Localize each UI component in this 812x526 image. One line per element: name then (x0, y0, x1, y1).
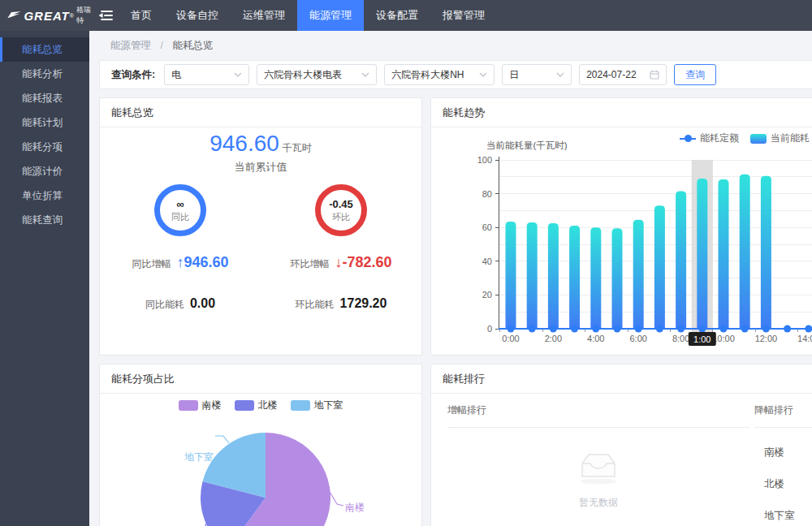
menu-item-ops[interactable]: 运维管理 (231, 0, 297, 31)
rank-item-north: 北楼 (754, 477, 812, 491)
energy-ranking-card: 能耗排行 增幅排行 暂无数据 (430, 364, 812, 526)
yoy-ring-label: 同比 (171, 211, 189, 223)
decrease-ranking-section: 降幅排行 南楼 北楼 地下室 (754, 403, 812, 523)
total-kwh-value: 946.60 (209, 131, 279, 156)
chevron-down-icon (234, 72, 242, 77)
top-navbar: GREAT® 格瑞特 首页 设备自控 运维管理 能源管理 设备配置 报警管理 (0, 0, 812, 31)
svg-text:0: 0 (487, 324, 492, 334)
svg-text:8:00: 8:00 (672, 334, 689, 343)
fold-icon (97, 9, 113, 22)
current-total-value: 946.60千瓦时 (100, 131, 421, 157)
ratio-rings: ∞ 同比 -0.45 环比 (100, 184, 421, 236)
sidebar-item-energy-query[interactable]: 能耗查询 (0, 208, 89, 232)
overview-card-title: 能耗总览 (100, 98, 421, 127)
menu-item-alarm[interactable]: 报警管理 (430, 0, 497, 31)
yoy-energy-value: 0.00 (190, 296, 215, 311)
svg-text:1:00: 1:00 (693, 334, 710, 344)
breadcrumb-parent[interactable]: 能源管理 (110, 40, 151, 51)
sidebar-item-energy-plan[interactable]: 能耗计划 (0, 110, 89, 135)
sidebar-item-energy-report[interactable]: 能耗报表 (0, 86, 89, 110)
date-value: 2024-07-22 (586, 69, 636, 80)
north-swatch-icon (235, 400, 254, 411)
sidebar-item-energy-subitem[interactable]: 能耗分项 (0, 135, 89, 159)
rank-item-basement: 地下室 (754, 509, 812, 523)
energy-type-select[interactable]: 电 (164, 64, 249, 85)
sidebar-item-energy-analysis[interactable]: 能耗分析 (0, 62, 89, 86)
calendar-icon (650, 70, 659, 80)
chevron-down-icon (361, 72, 369, 77)
query-bar: 查询条件: 电 六院骨科大楼电表 六院骨科大楼NH 日 2024-07-22 (99, 60, 812, 89)
chevron-down-icon (556, 72, 564, 77)
breadcrumb-separator: / (160, 40, 162, 51)
sidebar-fold-button[interactable] (91, 0, 119, 31)
increase-ranking-title: 增幅排行 (447, 403, 749, 417)
rank-item-south: 南楼 (754, 446, 812, 459)
pie-label-south: 南楼 (345, 501, 365, 515)
increase-ranking-section: 增幅排行 暂无数据 (447, 403, 749, 510)
mom-growth-value: ↓-782.60 (335, 254, 391, 271)
svg-text:6:00: 6:00 (629, 334, 646, 343)
yoy-ring-value: ∞ (176, 198, 184, 210)
total-kwh-unit: 千瓦时 (283, 142, 312, 153)
logo-reg-mark: ® (70, 13, 74, 19)
pie-card-title: 能耗分项占比 (100, 364, 421, 394)
menu-item-energy[interactable]: 能源管理 (297, 0, 364, 31)
mom-energy-value: 1729.20 (340, 296, 387, 311)
mom-ring: -0.45 环比 (315, 184, 367, 236)
menu-item-device-config[interactable]: 设备配置 (364, 0, 430, 31)
legend-basement[interactable]: 地下室 (291, 399, 343, 412)
ranking-card-body: 增幅排行 暂无数据 降幅排行 (431, 394, 812, 526)
breadcrumb: 能源管理 / 能耗总览 (110, 39, 812, 53)
ranking-card-title: 能耗排行 (431, 364, 812, 394)
pie-legend: 南楼 北楼 地下室 (100, 399, 421, 412)
trend-card-title: 能耗趋势 (431, 98, 812, 127)
date-picker[interactable]: 2024-07-22 (579, 64, 667, 85)
period-value: 日 (509, 68, 519, 82)
left-sidebar: 能耗总览 能耗分析 能耗报表 能耗计划 能耗分项 能源计价 单位折算 能耗查询 (0, 31, 89, 526)
svg-text:当前能耗量(千瓦时): 当前能耗量(千瓦时) (486, 140, 568, 150)
sidebar-item-energy-pricing[interactable]: 能源计价 (0, 159, 89, 183)
svg-text:100: 100 (477, 155, 492, 165)
empty-state: 暂无数据 (447, 428, 749, 510)
pie-label-basement: 地下室 (184, 451, 214, 464)
sidebar-item-energy-overview[interactable]: 能耗总览 (0, 37, 89, 62)
mom-ring-label: 环比 (332, 211, 350, 223)
query-conditions-label: 查询条件: (111, 68, 155, 82)
search-button[interactable]: 查询 (674, 64, 716, 85)
svg-text:80: 80 (482, 189, 492, 199)
meter-value: 六院骨科大楼电表 (264, 68, 342, 82)
basement-swatch-icon (291, 400, 310, 411)
logo-swoosh-icon (6, 9, 20, 22)
energy-overview-card: 能耗总览 946.60千瓦时 当前累计值 ∞ 同比 (99, 97, 422, 356)
svg-text:20: 20 (482, 290, 492, 300)
pie-card-body: 南楼 北楼 地下室 南楼 北楼 地下室 (100, 394, 421, 526)
overview-card-body: 946.60千瓦时 当前累计值 ∞ 同比 -0.45 (100, 127, 421, 356)
yoy-ring: ∞ 同比 (154, 184, 206, 236)
legend-south-label: 南楼 (202, 399, 222, 412)
pie-chart-svg[interactable] (100, 415, 423, 526)
legend-north-building[interactable]: 北楼 (235, 399, 278, 412)
brand-logo: GREAT® 格瑞特 (0, 0, 91, 31)
breadcrumb-current: 能耗总览 (172, 40, 213, 51)
building-select[interactable]: 六院骨科大楼NH (384, 64, 495, 85)
empty-box-icon (576, 451, 621, 485)
meter-select[interactable]: 六院骨科大楼电表 (257, 64, 377, 85)
legend-north-label: 北楼 (258, 399, 278, 412)
current-total-label: 当前累计值 (100, 160, 421, 175)
period-select[interactable]: 日 (502, 64, 572, 85)
logo-brand-text: GREAT (24, 9, 69, 23)
svg-text:12:00: 12:00 (755, 334, 778, 343)
svg-text:2:00: 2:00 (545, 334, 562, 343)
empty-text: 暂无数据 (447, 496, 749, 510)
south-swatch-icon (179, 400, 198, 411)
mom-ring-value: -0.45 (329, 198, 353, 210)
building-value: 六院骨科大楼NH (391, 68, 464, 82)
legend-south-building[interactable]: 南楼 (179, 399, 222, 412)
growth-row: 同比增幅 ↑946.60 环比增幅 ↓-782.60 (100, 254, 421, 271)
menu-item-home[interactable]: 首页 (119, 0, 164, 31)
menu-item-device-auto[interactable]: 设备自控 (164, 0, 231, 31)
trend-chart-svg[interactable]: 当前能耗量(千瓦时)0204060801000:002:004:006:008:… (431, 127, 812, 356)
sidebar-item-unit-conversion[interactable]: 单位折算 (0, 183, 89, 208)
decrease-divider (754, 427, 812, 428)
svg-text:40: 40 (482, 257, 492, 266)
